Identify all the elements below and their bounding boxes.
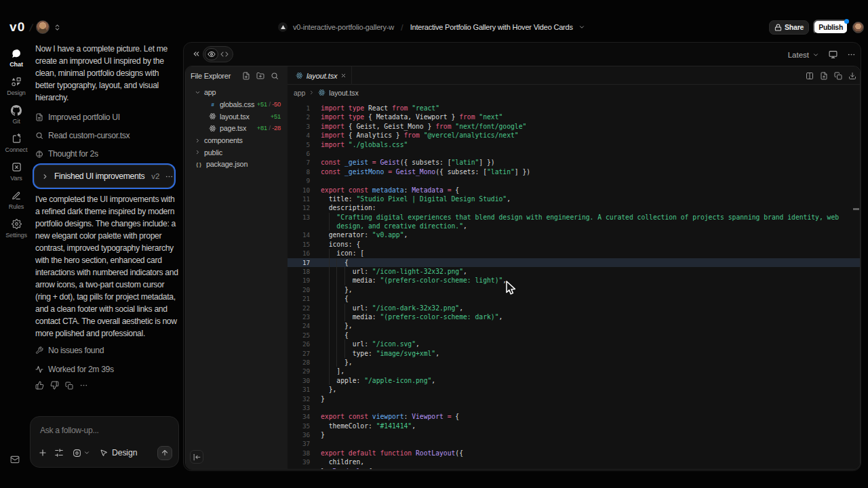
code-line-26: 26 url: "/icon.svg", bbox=[288, 340, 860, 348]
view-toggle bbox=[203, 46, 233, 62]
step-label: Thought for 2s bbox=[48, 149, 98, 159]
rail-item-settings[interactable]: Settings bbox=[0, 218, 33, 245]
code-line-20: 20 }, bbox=[288, 285, 860, 294]
attach-plus-icon[interactable] bbox=[38, 448, 47, 458]
preview-toggle[interactable] bbox=[205, 48, 218, 60]
copy-icon[interactable] bbox=[65, 382, 73, 390]
lock-icon bbox=[774, 24, 782, 31]
close-tab-icon[interactable] bbox=[340, 73, 347, 79]
explorer-item-globals.css[interactable]: #globals.css+51 / -50 bbox=[186, 98, 288, 110]
device-preview-icon[interactable] bbox=[829, 50, 837, 59]
code-line-14: 14 generator: "v0.app", bbox=[288, 230, 860, 239]
code-line-37: 37 bbox=[288, 439, 860, 448]
step-row[interactable]: Thought for 2s bbox=[35, 148, 98, 160]
v0-app: v0 / v0-interactive-portfolio-gallery-w … bbox=[0, 0, 868, 488]
open-file-icon[interactable] bbox=[820, 72, 828, 80]
split-editor-icon[interactable] bbox=[806, 72, 814, 80]
step-row[interactable]: Improved portfolio UI bbox=[35, 111, 120, 123]
connect-icon bbox=[12, 133, 22, 144]
code-line-7: 7const _geist = Geist({ subsets: ["latin… bbox=[288, 158, 860, 167]
code-line-19: 19 media: "(prefers-color-scheme: light)… bbox=[288, 276, 860, 285]
chevron-right-icon bbox=[195, 149, 201, 155]
explorer-item-layout.tsx[interactable]: layout.tsx+51 bbox=[186, 110, 288, 123]
more-actions-icon[interactable] bbox=[79, 381, 88, 390]
download-icon[interactable] bbox=[848, 72, 856, 80]
rail-item-git[interactable]: Git bbox=[0, 104, 33, 131]
chevron-down-icon[interactable] bbox=[578, 24, 585, 30]
rail-item-chat[interactable]: Chat bbox=[0, 47, 33, 75]
code-line-16: 16 icon: [ bbox=[288, 249, 860, 258]
code-line-39: 39 children, bbox=[288, 458, 860, 466]
eye-icon bbox=[208, 50, 216, 58]
explorer-item-app[interactable]: app bbox=[186, 87, 288, 99]
chat-panel: Now I have a complete picture. Let me cr… bbox=[33, 42, 183, 488]
rail-item-vars[interactable]: Vars bbox=[0, 161, 33, 188]
collapse-explorer-button[interactable] bbox=[190, 450, 203, 464]
new-file-icon[interactable] bbox=[242, 72, 250, 80]
share-button[interactable]: Share bbox=[769, 20, 809, 35]
v0-logo[interactable]: v0 bbox=[9, 20, 26, 35]
code-line-27: 27 type: "image/svg+xml", bbox=[288, 349, 860, 358]
design-mode-button[interactable]: Design bbox=[100, 448, 137, 458]
publish-button[interactable]: Publish bbox=[813, 20, 848, 35]
code-editor[interactable]: layout.tsx app layout.tsx bbox=[288, 66, 860, 469]
rail-item-design[interactable]: Design bbox=[0, 76, 33, 103]
composer[interactable]: Ask a follow-up... Design bbox=[30, 416, 179, 468]
pointer-icon bbox=[100, 449, 108, 457]
code-toggle[interactable] bbox=[218, 48, 231, 60]
code-line-13-wrap: design, and creative direction.", bbox=[288, 222, 860, 230]
workspace-avatar[interactable] bbox=[36, 20, 50, 34]
version-card[interactable]: Finished UI improvements v2 bbox=[34, 165, 174, 188]
file-explorer: File Explorer app#globals.css+51 / -50la… bbox=[186, 66, 288, 469]
new-folder-icon[interactable] bbox=[256, 72, 264, 80]
send-button[interactable] bbox=[157, 446, 172, 460]
code-line-12: 12 description: bbox=[288, 203, 860, 212]
code-line-30: 30 apple: "/apple-icon.png", bbox=[288, 376, 860, 385]
rail-item-label: Settings bbox=[5, 232, 27, 239]
thumbs-down-icon[interactable] bbox=[50, 381, 59, 390]
version-selector[interactable]: Latest bbox=[788, 51, 819, 59]
chevrons-left-icon[interactable] bbox=[192, 49, 201, 58]
breadcrumb-file: layout.tsx bbox=[329, 89, 358, 97]
more-options-icon[interactable] bbox=[165, 172, 174, 181]
chevrons-up-down-icon[interactable] bbox=[54, 24, 61, 31]
user-avatar[interactable] bbox=[852, 22, 864, 33]
code-line-4: 4import { Analytics } from "@vercel/anal… bbox=[288, 131, 860, 140]
project-name[interactable]: v0-interactive-portfolio-gallery-w bbox=[293, 23, 394, 31]
copy-file-icon[interactable] bbox=[834, 72, 842, 80]
model-selector[interactable] bbox=[73, 449, 90, 458]
diff-badge: +81 / -28 bbox=[257, 125, 288, 131]
explorer-item-components[interactable]: components bbox=[186, 134, 288, 146]
chevron-down-icon bbox=[83, 449, 90, 456]
rail-item-label: Chat bbox=[9, 61, 23, 68]
step-label: Read custom-cursor.tsx bbox=[48, 131, 130, 140]
code-line-33: 33 bbox=[288, 403, 860, 412]
rail-item-connect[interactable]: Connect bbox=[0, 133, 33, 160]
tab-layout-tsx[interactable]: layout.tsx bbox=[291, 66, 352, 85]
panel-more-icon[interactable] bbox=[847, 50, 856, 59]
react-icon bbox=[209, 113, 216, 120]
rail-item-label: Rules bbox=[9, 203, 24, 210]
settings-sliders-icon[interactable] bbox=[54, 448, 64, 458]
chat-title[interactable]: Interactive Portfolio Gallery with Hover… bbox=[410, 23, 573, 31]
breadcrumb[interactable]: app layout.tsx bbox=[288, 85, 359, 100]
explorer-item-package.json[interactable]: { }package.json bbox=[186, 159, 288, 171]
step-row[interactable]: Read custom-cursor.tsx bbox=[35, 129, 130, 142]
code-icon bbox=[220, 50, 229, 58]
thumbs-up-icon[interactable] bbox=[35, 381, 44, 390]
chevron-right-icon bbox=[309, 89, 315, 96]
explorer-item-page.tsx[interactable]: page.tsx+81 / -28 bbox=[186, 123, 288, 135]
explorer-item-public[interactable]: public bbox=[186, 146, 288, 159]
search-files-icon[interactable] bbox=[271, 72, 279, 80]
code-workspace: File Explorer app#globals.css+51 / -50la… bbox=[185, 66, 861, 470]
mail-icon[interactable] bbox=[10, 455, 20, 464]
version-badge: v2 bbox=[151, 172, 159, 180]
code-area[interactable]: 1import type React from "react"2import t… bbox=[288, 100, 860, 469]
rail-item-label: Vars bbox=[10, 175, 22, 182]
rail-item-rules[interactable]: Rules bbox=[0, 190, 33, 217]
code-line-28: 28 }, bbox=[288, 358, 860, 367]
top-bar: v0 / v0-interactive-portfolio-gallery-w … bbox=[0, 0, 868, 42]
tab-strip: layout.tsx bbox=[288, 66, 860, 85]
file-name: public bbox=[204, 148, 222, 157]
react-icon bbox=[296, 72, 303, 79]
